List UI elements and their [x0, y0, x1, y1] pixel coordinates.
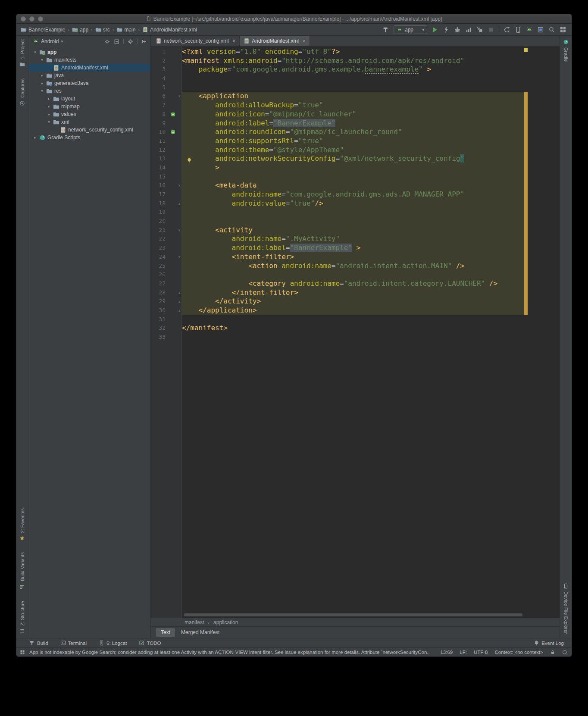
tool-window-switcher-button[interactable] — [20, 650, 25, 655]
toolwindow-button-build[interactable]: Build — [29, 640, 48, 646]
chevron-right-icon[interactable]: ▸ — [47, 97, 51, 101]
code-line-10[interactable]: 10 android:roundIcon="@mipmap/ic_launche… — [151, 128, 560, 137]
code-line-5[interactable]: 5 — [151, 83, 560, 92]
code-line-20[interactable]: 20 — [151, 217, 560, 226]
code-line-21[interactable]: 21▾ <activity — [151, 226, 560, 235]
code-line-30[interactable]: 30▴ </application> — [151, 306, 560, 315]
toolwindow-button-todo[interactable]: TODO — [139, 640, 161, 646]
avd-manager-button[interactable] — [515, 26, 522, 33]
error-stripe-warning-marker[interactable] — [524, 48, 528, 52]
view-tab-text[interactable]: Text — [156, 628, 175, 637]
code-line-12[interactable]: 12 android:theme="@style/AppTheme" — [151, 146, 560, 155]
fold-marker-icon[interactable]: ▴ — [178, 201, 181, 206]
chevron-right-icon[interactable]: ▸ — [33, 135, 38, 140]
chevron-right-icon[interactable]: ▸ — [40, 73, 44, 78]
breadcrumb-androidmanifest-xml[interactable]: AndroidManifest.xml — [142, 27, 197, 33]
code-line-28[interactable]: 28▴ </intent-filter> — [151, 288, 560, 297]
toolwindow-button-terminal[interactable]: Terminal — [60, 640, 87, 646]
code-line-11[interactable]: 11 android:supportsRtl="true" — [151, 137, 560, 146]
code-line-32[interactable]: 32</manifest> — [151, 324, 560, 333]
toolwindow-button-6-logcat[interactable]: 6: Logcat — [99, 640, 127, 646]
indexing-status-icon[interactable] — [562, 650, 567, 655]
editor-breadcrumb-application[interactable]: application — [213, 619, 238, 625]
code-line-13[interactable]: 13 android:networkSecurityConfig="@xml/n… — [151, 154, 560, 163]
code-line-31[interactable]: 31 — [151, 315, 560, 324]
toolwindow-button-device-file-explorer[interactable]: Device File Explorer — [563, 583, 569, 634]
code-line-7[interactable]: 7 android:allowBackup="true" — [151, 101, 560, 110]
locate-file-button[interactable] — [104, 38, 110, 45]
code-line-17[interactable]: 17 android:name="com.google.android.gms.… — [151, 190, 560, 199]
chevron-down-icon[interactable]: ▾ — [47, 120, 51, 124]
code-line-14[interactable]: 14 > — [151, 163, 560, 172]
code-line-27[interactable]: 27 <category android:name="android.inten… — [151, 279, 560, 288]
code-line-15[interactable]: 15 — [151, 172, 560, 181]
code-line-16[interactable]: 16▾ <meta-data — [151, 181, 560, 190]
tree-item-java[interactable]: ▸java — [28, 72, 150, 79]
code-line-9[interactable]: 9 android:label="BannerExample" — [151, 119, 560, 128]
fold-marker-icon[interactable]: ▾ — [178, 94, 181, 98]
horizontal-scrollbar[interactable] — [184, 613, 522, 616]
settings-button[interactable] — [128, 38, 133, 45]
breadcrumb-src[interactable]: src — [95, 27, 110, 33]
layout-inspector-button[interactable] — [537, 26, 544, 33]
status-context-no-context[interactable]: Context: <no context> — [494, 650, 543, 655]
status-13-69[interactable]: 13:69 — [440, 650, 453, 655]
chevron-right-icon[interactable]: ▸ — [47, 112, 51, 116]
code-line-3[interactable]: 3 package="com.google.android.gms.exampl… — [151, 65, 560, 74]
project-view-selector[interactable]: Android ▾ — [33, 38, 63, 44]
search-everywhere-button[interactable] — [548, 26, 555, 33]
editor[interactable]: 1<?xml version="1.0" encoding="utf-8"?>2… — [151, 47, 560, 618]
stop-button[interactable] — [488, 26, 494, 33]
code-line-24[interactable]: 24▾ <intent-filter> — [151, 253, 560, 262]
fold-marker-icon[interactable]: ▾ — [178, 183, 181, 188]
toolwindow-button-z-structure[interactable]: Z: Structure — [19, 601, 25, 634]
code-line-18[interactable]: 18▴ android:value="true"/> — [151, 199, 560, 208]
code-line-29[interactable]: 29▴ </activity> — [151, 297, 560, 306]
run-button[interactable] — [432, 26, 438, 33]
tree-item-app[interactable]: ▾app — [28, 48, 150, 56]
apply-changes-button[interactable] — [443, 26, 450, 33]
tree-item-xml[interactable]: ▾xml — [28, 118, 150, 126]
tool-windows-button[interactable] — [560, 26, 566, 33]
tree-item-values[interactable]: ▸values — [28, 110, 150, 118]
chevron-down-icon[interactable]: ▾ — [40, 58, 44, 62]
build-button[interactable] — [382, 26, 389, 33]
code-line-8[interactable]: 8 android:icon="@mipmap/ic_launcher" — [151, 110, 560, 119]
fold-marker-icon[interactable]: ▴ — [178, 308, 181, 313]
fold-marker-icon[interactable]: ▾ — [178, 255, 181, 259]
status-lf[interactable]: LF: — [460, 650, 467, 655]
run-config-selector[interactable]: app▾ — [394, 25, 427, 34]
close-tab-icon[interactable]: × — [232, 38, 236, 44]
view-tab-merged-manifest[interactable]: Merged Manifest — [176, 628, 224, 637]
code-line-23[interactable]: 23 android:label="BannerExample" > — [151, 244, 560, 253]
close-window-button[interactable] — [21, 16, 26, 22]
tree-item-res[interactable]: ▾res — [28, 87, 150, 95]
zoom-window-button[interactable] — [38, 16, 43, 22]
profile-button[interactable] — [465, 26, 472, 33]
toolwindow-button-build-variants[interactable]: Build Variants — [19, 552, 25, 589]
fold-marker-icon[interactable]: ▴ — [178, 291, 181, 295]
code-line-26[interactable]: 26 — [151, 270, 560, 279]
fold-marker-icon[interactable]: ▴ — [178, 299, 181, 303]
code-line-1[interactable]: 1<?xml version="1.0" encoding="utf-8"?> — [151, 47, 560, 56]
code-line-22[interactable]: 22 android:name=".MyActivity" — [151, 234, 560, 244]
breadcrumb-main[interactable]: main — [116, 27, 135, 33]
code-line-33[interactable]: 33 — [151, 333, 560, 342]
editor-tab-network-security-config-xml[interactable]: network_security_config.xml× — [152, 36, 240, 46]
code-line-6[interactable]: 6▾ <application — [151, 92, 560, 101]
chevron-down-icon[interactable]: ▾ — [40, 89, 44, 93]
code-line-19[interactable]: 19 — [151, 208, 560, 217]
breadcrumb-bannerexample[interactable]: BannerExample — [21, 27, 65, 33]
sdk-manager-button[interactable] — [526, 26, 533, 33]
tree-item-mipmap[interactable]: ▸mipmap — [28, 103, 150, 110]
toolwindow-button-event-log[interactable]: Event Log — [534, 640, 564, 646]
sync-gradle-button[interactable] — [504, 26, 510, 33]
code-line-25[interactable]: 25 <action android:name="android.intent.… — [151, 262, 560, 271]
lock-button[interactable] — [550, 650, 555, 655]
fold-marker-icon[interactable]: ▾ — [178, 228, 181, 232]
close-tab-icon[interactable]: × — [302, 38, 306, 44]
tree-item-gradle-scripts[interactable]: ▸Gradle Scripts — [28, 134, 150, 141]
toolwindow-button-captures[interactable]: Captures — [19, 78, 25, 106]
attach-debugger-button[interactable] — [476, 26, 483, 33]
tree-item-layout[interactable]: ▸layout — [28, 95, 150, 103]
